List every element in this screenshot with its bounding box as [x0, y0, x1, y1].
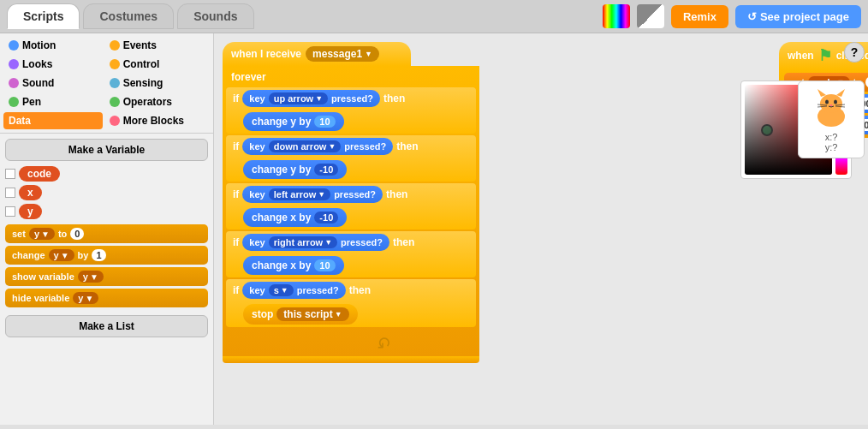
svg-point-5	[834, 100, 837, 104]
if-left-arrow-block: if key left arrow ▼ pressed? then	[226, 183, 476, 229]
change-x-10-block[interactable]: change x by 10	[243, 256, 344, 275]
sprite-x-label: x:?	[804, 132, 859, 142]
make-variable-button[interactable]: Make a Variable	[5, 139, 208, 161]
cat-sprite	[809, 86, 853, 129]
make-list-button[interactable]: Make a List	[5, 315, 208, 337]
message-dropdown[interactable]: message1 ▼	[306, 46, 379, 62]
help-button[interactable]: ?	[844, 42, 865, 63]
left-arrow-dropdown[interactable]: left arrow ▼	[269, 188, 330, 200]
change-x-neg10-block[interactable]: change x by -10	[243, 208, 347, 227]
change-y-10-block[interactable]: change y by 10	[243, 112, 344, 131]
var-pill-y[interactable]: y	[19, 204, 42, 219]
var-checkbox-code[interactable]	[5, 169, 15, 179]
var-row-code: code	[5, 166, 208, 182]
see-project-button[interactable]: ↺ See project page	[735, 5, 861, 28]
var-checkbox-y[interactable]	[5, 206, 15, 217]
forever-block: forever if key up arrow ▼ pressed?	[223, 66, 479, 356]
svg-point-4	[825, 100, 829, 104]
sound-dot	[9, 78, 19, 88]
main-layout: Motion Events Looks Control Sound Sensin…	[0, 33, 868, 425]
key-s-condition[interactable]: key s ▼ pressed?	[242, 282, 345, 299]
svg-point-1	[820, 94, 842, 113]
key-down-condition[interactable]: key down arrow ▼ pressed?	[242, 138, 393, 155]
flag-icon: ⚑	[818, 46, 832, 65]
control-dot	[110, 59, 120, 69]
stop-dropdown[interactable]: this script ▼	[276, 307, 348, 321]
toolbar-right: Remix ↺ See project page	[603, 4, 861, 28]
category-sound[interactable]: Sound	[3, 74, 103, 92]
show-var-dropdown[interactable]: y ▼	[78, 271, 104, 283]
change-block[interactable]: change y ▼ by 1	[5, 246, 208, 265]
color-picker-cursor[interactable]	[761, 124, 773, 136]
change-var-dropdown[interactable]: y ▼	[49, 249, 74, 261]
tab-sounds[interactable]: Sounds	[177, 3, 253, 29]
if-down-arrow-block: if key down arrow ▼ pressed? then	[226, 135, 476, 182]
color-theme-button[interactable]	[637, 4, 664, 28]
sprite-preview: x:? y:?	[798, 80, 865, 158]
s-key-dropdown[interactable]: s ▼	[269, 284, 294, 296]
hide-variable-block[interactable]: hide variable y ▼	[5, 289, 208, 307]
when-receive-hat[interactable]: when I receive message1 ▼	[223, 42, 411, 66]
change-y-neg10-block[interactable]: change y by -10	[243, 160, 347, 179]
forever-curve-icon: ↺	[377, 332, 391, 353]
pen-dot	[9, 97, 19, 107]
up-arrow-dropdown[interactable]: up arrow ▼	[269, 92, 328, 104]
remix-button[interactable]: Remix	[671, 5, 728, 28]
var-pill-code[interactable]: code	[19, 166, 60, 182]
tab-costumes[interactable]: Costumes	[83, 3, 174, 29]
key-up-condition[interactable]: key up arrow ▼ pressed?	[242, 90, 380, 107]
var-row-y: y	[5, 204, 208, 219]
stop-block[interactable]: stop this script ▼	[243, 304, 358, 325]
data-blocks-area: Make a Variable code x y set y ▼	[0, 134, 213, 343]
category-data[interactable]: Data	[3, 112, 103, 129]
if-right-arrow-block: if key right arrow ▼ pressed? then	[226, 231, 476, 277]
motion-dot	[9, 40, 19, 51]
category-operators[interactable]: Operators	[104, 93, 204, 110]
if-up-arrow-block: if key up arrow ▼ pressed? then	[226, 87, 476, 134]
category-motion[interactable]: Motion	[3, 37, 103, 54]
set-var-dropdown[interactable]: y ▼	[29, 228, 55, 240]
category-events[interactable]: Events	[104, 37, 204, 54]
svg-marker-2	[817, 89, 826, 97]
sidebar: Motion Events Looks Control Sound Sensin…	[0, 33, 214, 425]
svg-marker-3	[836, 89, 845, 97]
tab-scripts[interactable]: Scripts	[7, 3, 80, 29]
operators-dot	[110, 97, 120, 107]
forever-block-bottom	[223, 356, 479, 363]
events-dot	[110, 40, 120, 51]
var-pill-x[interactable]: x	[19, 185, 42, 200]
sprite-y-label: y:?	[804, 142, 859, 152]
canvas-area: when I receive message1 ▼ forever if key	[214, 33, 868, 425]
key-right-condition[interactable]: key right arrow ▼ pressed?	[242, 234, 389, 251]
category-list: Motion Events Looks Control Sound Sensin…	[0, 33, 213, 134]
svg-point-6	[830, 104, 833, 106]
key-left-condition[interactable]: key left arrow ▼ pressed?	[242, 186, 383, 203]
top-bar: Scripts Costumes Sounds Remix ↺ See proj…	[0, 0, 868, 33]
script-receive: when I receive message1 ▼ forever if key	[223, 42, 479, 363]
category-looks[interactable]: Looks	[3, 56, 103, 73]
var-checkbox-x[interactable]	[5, 188, 15, 198]
category-control[interactable]: Control	[104, 56, 204, 73]
looks-dot	[9, 59, 19, 69]
show-variable-block[interactable]: show variable y ▼	[5, 267, 208, 286]
category-pen[interactable]: Pen	[3, 93, 103, 110]
category-more-blocks[interactable]: More Blocks	[104, 112, 204, 129]
category-sensing[interactable]: Sensing	[104, 74, 204, 92]
sensing-dot	[110, 78, 120, 88]
down-arrow-dropdown[interactable]: down arrow ▼	[269, 140, 342, 152]
hide-var-dropdown[interactable]: y ▼	[73, 292, 98, 304]
see-project-icon: ↺	[747, 10, 757, 23]
set-block[interactable]: set y ▼ to 0	[5, 224, 208, 243]
var-row-x: x	[5, 185, 208, 200]
if-s-key-block: if key s ▼ pressed? then	[226, 279, 476, 327]
color-palette-button[interactable]	[603, 4, 630, 28]
more-blocks-dot	[110, 116, 120, 126]
right-arrow-dropdown[interactable]: right arrow ▼	[269, 236, 337, 248]
